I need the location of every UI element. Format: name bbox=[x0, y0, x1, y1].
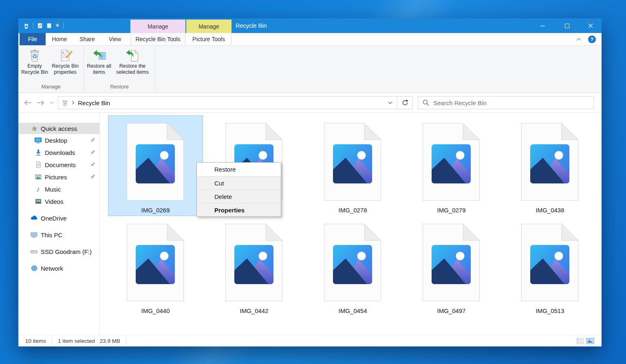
address-dropdown-button[interactable] bbox=[383, 97, 397, 109]
breadcrumb[interactable]: ♻ Recycle Bin bbox=[58, 99, 383, 106]
ribbon-button[interactable]: Restore all items bbox=[86, 47, 112, 75]
sidebar-item-icon bbox=[35, 149, 42, 156]
context-menu: RestoreCutDeleteProperties bbox=[196, 162, 281, 217]
file-item[interactable]: IMG_0497 bbox=[404, 216, 499, 317]
ribbon-button-icon bbox=[126, 49, 139, 62]
ribbon-group-label: Manage bbox=[18, 84, 84, 93]
context-menu-item[interactable]: Properties bbox=[197, 203, 281, 216]
ribbon: ♻Empty Recycle BinRecycle Bin properties… bbox=[18, 46, 602, 93]
image-thumbnail bbox=[333, 245, 372, 284]
context-menu-item-label: Properties bbox=[214, 207, 245, 214]
file-list-area: IMG_0269 IMG_0278 IMG_0279 IMG_0438 bbox=[100, 113, 602, 335]
ribbon-button[interactable]: Restore the selected items bbox=[112, 47, 153, 75]
sidebar-item[interactable]: Downloads bbox=[18, 146, 99, 159]
navigation-toolbar: ♻ Recycle Bin Search Recycle Bin bbox=[18, 93, 602, 113]
ribbon-tab-row: File HomeShareView Recycle Bin Tools Pic… bbox=[18, 33, 602, 46]
ribbon-tab[interactable]: Home bbox=[46, 33, 73, 45]
details-view-button[interactable] bbox=[577, 338, 584, 344]
qat-customize-icon[interactable] bbox=[55, 24, 60, 27]
tab-label: View bbox=[109, 36, 121, 42]
sidebar-item-label: OneDrive bbox=[41, 215, 66, 222]
file-name: IMG_0454 bbox=[305, 307, 400, 314]
sidebar-item[interactable]: ♪Music bbox=[18, 183, 99, 195]
file-item[interactable]: IMG_0269 bbox=[108, 115, 203, 216]
recycle-bin-window-icon bbox=[23, 23, 29, 29]
sidebar-item-icon bbox=[31, 215, 37, 222]
breadcrumb-location[interactable]: Recycle Bin bbox=[78, 99, 110, 106]
file-item[interactable]: IMG_0454 bbox=[305, 216, 400, 317]
recent-locations-chevron[interactable] bbox=[50, 101, 54, 104]
sidebar-item-label: Quick access bbox=[41, 125, 77, 132]
sidebar-item-icon bbox=[35, 161, 42, 168]
ribbon-button[interactable]: Recycle Bin properties bbox=[49, 47, 82, 75]
file-item[interactable]: IMG_0438 bbox=[503, 115, 597, 216]
sidebar-item[interactable]: Desktop bbox=[18, 134, 99, 146]
ribbon-tab[interactable]: Share bbox=[73, 33, 101, 45]
tab-label: Home bbox=[52, 36, 67, 42]
ribbon-group-restore: Restore all itemsRestore the selected it… bbox=[84, 46, 155, 93]
breadcrumb-chevron-icon[interactable] bbox=[72, 101, 75, 105]
ribbon-group-manage: ♻Empty Recycle BinRecycle Bin properties… bbox=[18, 46, 84, 93]
help-button[interactable]: ? bbox=[588, 35, 596, 43]
thumbnail-view-button[interactable] bbox=[586, 338, 594, 344]
explorer-window: ManageManage Recycle Bin File HomeShareV… bbox=[18, 18, 602, 346]
image-thumbnail bbox=[432, 144, 471, 183]
sidebar-item[interactable]: Network bbox=[18, 262, 99, 274]
sidebar-item-label: Documents bbox=[45, 161, 76, 168]
svg-text:♻: ♻ bbox=[32, 53, 37, 60]
recycle-bin-icon: ♻ bbox=[62, 99, 68, 106]
sidebar-item[interactable]: Quick access bbox=[18, 123, 99, 134]
sidebar-item[interactable]: Videos bbox=[18, 195, 99, 207]
tab-recycle-bin-tools[interactable]: Recycle Bin Tools bbox=[130, 33, 185, 45]
window-controls bbox=[530, 18, 602, 33]
file-item[interactable]: IMG_0279 bbox=[404, 115, 499, 216]
contextual-tab-label: Manage bbox=[148, 23, 168, 30]
context-menu-item[interactable]: Delete bbox=[197, 190, 281, 203]
sidebar-item-label: Downloads bbox=[45, 149, 75, 156]
close-button[interactable] bbox=[579, 18, 602, 33]
ribbon-tab[interactable]: View bbox=[101, 33, 129, 45]
ribbon-button[interactable]: ♻Empty Recycle Bin bbox=[20, 47, 49, 75]
qat-newfolder-icon[interactable] bbox=[46, 23, 52, 29]
sidebar-item[interactable]: Documents bbox=[18, 159, 99, 171]
sidebar-item-label: Network bbox=[41, 265, 63, 272]
tab-file[interactable]: File bbox=[20, 33, 46, 45]
sidebar-item[interactable]: OneDrive bbox=[18, 212, 99, 224]
file-item[interactable]: IMG_0513 bbox=[503, 216, 597, 317]
svg-text:♻: ♻ bbox=[64, 102, 66, 105]
ribbon-button-label: Recycle Bin properties bbox=[50, 63, 81, 75]
file-name: IMG_0438 bbox=[503, 207, 597, 214]
back-button[interactable] bbox=[24, 99, 32, 106]
context-menu-item[interactable]: Restore bbox=[197, 163, 281, 176]
context-menu-item[interactable]: Cut bbox=[197, 176, 281, 190]
file-name: IMG_0278 bbox=[305, 207, 400, 214]
address-bar[interactable]: ♻ Recycle Bin bbox=[58, 96, 413, 109]
qat-properties-icon[interactable] bbox=[37, 23, 43, 29]
minimize-button[interactable] bbox=[530, 18, 555, 33]
file-item[interactable]: IMG_0440 bbox=[108, 216, 203, 317]
sidebar-item[interactable]: This PC bbox=[18, 229, 99, 241]
sidebar-item[interactable]: SSD Goodram (F:) bbox=[18, 245, 99, 258]
forward-button[interactable] bbox=[37, 99, 45, 106]
selection-count: 1 item selected bbox=[58, 338, 95, 344]
file-item[interactable]: IMG_0442 bbox=[207, 216, 302, 317]
file-item[interactable]: IMG_0278 bbox=[305, 115, 400, 216]
refresh-button[interactable] bbox=[397, 97, 412, 109]
ribbon-button-label: Restore the selected items bbox=[113, 63, 152, 75]
sidebar-item-label: Music bbox=[45, 186, 61, 193]
contextual-tab-label: Manage bbox=[198, 23, 219, 30]
tab-picture-tools[interactable]: Picture Tools bbox=[186, 33, 231, 45]
contextual-tab-header[interactable]: Manage bbox=[186, 20, 231, 33]
minimize-ribbon-button[interactable] bbox=[573, 33, 584, 45]
contextual-tab-header[interactable]: Manage bbox=[130, 20, 185, 33]
ribbon-group-label: Restore bbox=[84, 84, 155, 93]
tab-label: Share bbox=[79, 36, 95, 42]
search-box[interactable]: Search Recycle Bin bbox=[418, 96, 594, 109]
search-placeholder: Search Recycle Bin bbox=[433, 99, 487, 106]
sidebar-item[interactable]: Pictures bbox=[18, 171, 99, 183]
sidebar-item-label: This PC bbox=[41, 232, 62, 238]
maximize-button[interactable] bbox=[555, 18, 579, 33]
sidebar-item-label: Pictures bbox=[45, 174, 67, 181]
status-bar: 10 items 1 item selected 23.9 MB bbox=[18, 335, 602, 346]
window-title: Recycle Bin bbox=[236, 22, 267, 29]
